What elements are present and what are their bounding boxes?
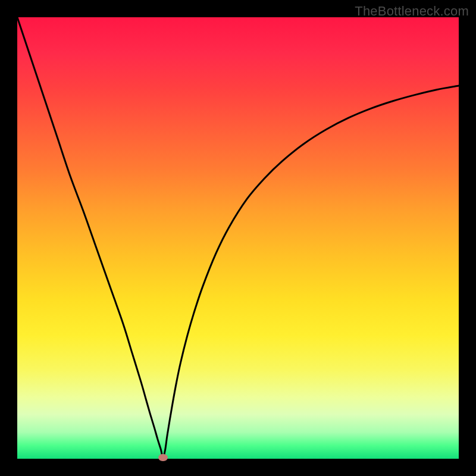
optimal-point-marker	[158, 454, 168, 461]
chart-frame: TheBottleneck.com	[0, 0, 476, 476]
bottleneck-curve	[17, 17, 459, 459]
plot-area	[17, 17, 459, 459]
